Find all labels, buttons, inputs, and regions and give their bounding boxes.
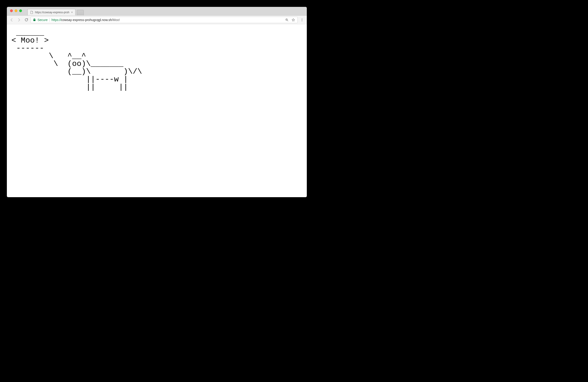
svg-point-3 — [302, 20, 302, 20]
window-titlebar: https://cowsay-express-prohu × — [7, 7, 307, 16]
new-tab-button[interactable] — [77, 10, 84, 15]
maximize-window-button[interactable] — [19, 9, 22, 12]
reload-button[interactable] — [23, 17, 29, 23]
cowsay-output: ______ < Moo! > ------ \ ^__^ \ (oo)\___… — [11, 29, 302, 91]
close-window-button[interactable] — [10, 9, 13, 12]
url-scheme: https:// — [51, 18, 61, 22]
browser-toolbar: Secure https://cowsay-express-prohugcqgl… — [7, 16, 307, 24]
page-icon — [30, 11, 33, 14]
browser-menu-button[interactable] — [299, 18, 305, 22]
window-controls — [10, 9, 22, 12]
svg-rect-0 — [33, 20, 35, 21]
forward-button[interactable] — [16, 17, 22, 23]
url-display: https://cowsay-express-prohugcqgl.now.sh… — [51, 18, 120, 22]
bookmark-star-icon[interactable] — [292, 18, 295, 22]
url-path: /Moo! — [112, 18, 120, 22]
tab-active[interactable]: https://cowsay-express-prohu × — [27, 9, 75, 15]
tab-title: https://cowsay-express-prohu — [35, 11, 69, 14]
tab-strip: https://cowsay-express-prohu × — [27, 7, 84, 15]
svg-point-2 — [302, 19, 302, 19]
back-button[interactable] — [9, 17, 15, 23]
lock-icon — [33, 18, 36, 21]
tab-close-button[interactable]: × — [71, 11, 73, 14]
browser-window: https://cowsay-express-prohu × — [7, 7, 307, 197]
omnibox-actions — [285, 18, 295, 22]
page-content: ______ < Moo! > ------ \ ^__^ \ (oo)\___… — [7, 24, 307, 197]
zoom-icon[interactable] — [285, 18, 289, 22]
url-host: cowsay-express-prohugcqgl.now.sh — [61, 18, 112, 22]
minimize-window-button[interactable] — [15, 9, 17, 12]
secure-label: Secure — [38, 18, 47, 22]
address-bar[interactable]: Secure https://cowsay-express-prohugcqgl… — [31, 17, 298, 23]
svg-point-4 — [302, 21, 302, 21]
omnibox-divider — [49, 18, 50, 22]
